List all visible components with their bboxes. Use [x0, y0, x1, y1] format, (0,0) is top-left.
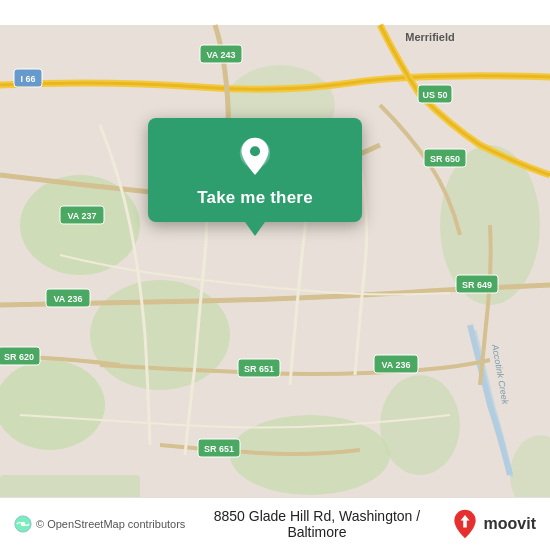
- svg-text:SR 651: SR 651: [244, 364, 274, 374]
- svg-point-3: [0, 360, 105, 450]
- moovit-logo: moovit: [449, 508, 536, 540]
- take-me-there-button[interactable]: Take me there: [197, 188, 313, 208]
- svg-point-6: [380, 375, 460, 475]
- svg-point-40: [21, 522, 26, 527]
- osm-icon: [14, 515, 32, 533]
- moovit-icon: [449, 508, 481, 540]
- map-pin-icon: [233, 136, 277, 180]
- svg-text:VA 237: VA 237: [67, 211, 96, 221]
- address-text: 8850 Glade Hill Rd, Washington / Baltimo…: [195, 508, 438, 540]
- svg-text:US 50: US 50: [422, 90, 447, 100]
- svg-text:I 66: I 66: [20, 74, 35, 84]
- svg-text:SR 620: SR 620: [4, 352, 34, 362]
- map-container: I 66 VA 243 US 50 VA 237 VA 237 SR 650 V…: [0, 0, 550, 550]
- osm-credit-text: © OpenStreetMap contributors: [36, 518, 185, 530]
- svg-text:VA 236: VA 236: [381, 360, 410, 370]
- osm-credit: © OpenStreetMap contributors: [14, 515, 185, 533]
- svg-text:VA 236: VA 236: [53, 294, 82, 304]
- bottom-bar: © OpenStreetMap contributors 8850 Glade …: [0, 497, 550, 550]
- svg-text:SR 650: SR 650: [430, 154, 460, 164]
- svg-text:Merrifield: Merrifield: [405, 31, 455, 43]
- map-background: I 66 VA 243 US 50 VA 237 VA 237 SR 650 V…: [0, 0, 550, 550]
- moovit-brand-text: moovit: [484, 515, 536, 533]
- svg-text:SR 649: SR 649: [462, 280, 492, 290]
- svg-point-38: [250, 146, 260, 156]
- svg-point-2: [90, 280, 230, 390]
- svg-text:VA 243: VA 243: [206, 50, 235, 60]
- svg-text:SR 651: SR 651: [204, 444, 234, 454]
- location-card[interactable]: Take me there: [148, 118, 362, 222]
